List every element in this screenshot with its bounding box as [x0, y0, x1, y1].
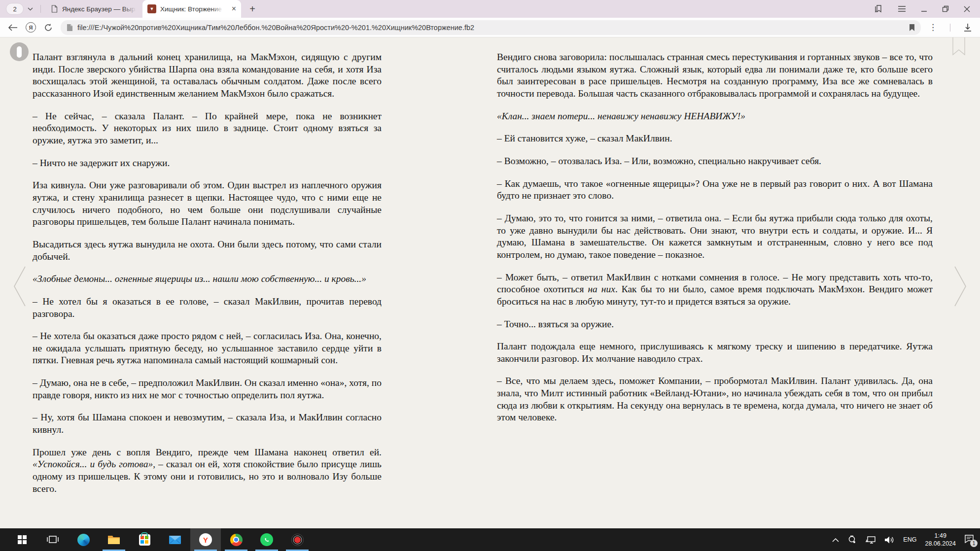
paragraph: – Точно... взяться за оружие.: [497, 318, 933, 331]
yandex-browser-icon: Y: [199, 533, 212, 546]
bookmark-ribbon-icon[interactable]: [952, 37, 965, 56]
restore-window-icon[interactable]: [942, 5, 949, 12]
task-view-button[interactable]: [37, 528, 68, 551]
tab-predator-book[interactable]: ▼ Хищник: Вторжение - Т ×: [142, 0, 241, 18]
taskbar-screen-recorder[interactable]: [282, 528, 313, 551]
tab-counter-badge[interactable]: 2: [6, 3, 24, 15]
action-center-button[interactable]: 1: [964, 534, 974, 545]
tray-expand-icon[interactable]: [832, 538, 839, 542]
paragraph: – Не сейчас, – сказала Палант. – По край…: [33, 110, 382, 147]
recorder-tray-icon[interactable]: [847, 535, 857, 545]
taskbar-yandex-browser[interactable]: Y: [190, 528, 221, 551]
paragraph: Высадиться здесь яутжа вынудила не охота…: [33, 239, 382, 263]
text-column-right: Вендиго снова заговорила: послышалась ст…: [497, 51, 933, 505]
reload-icon[interactable]: [44, 23, 53, 32]
paragraph: – Думаю, она не в себе, – предположил Ма…: [33, 377, 382, 401]
url-text: file:///E:/Чужой%20против%20Хищника/Тим%…: [77, 24, 905, 32]
paragraph: – Ну, хотя бы Шамана спокоен и невозмути…: [33, 412, 382, 436]
paragraph: Иза кивнула. Они уже разговаривали об эт…: [33, 179, 382, 228]
paragraph: – Может быть, – ответил МакИлвин с нотка…: [497, 272, 933, 308]
document-icon: [51, 5, 58, 13]
paragraph: Палант подождала еще немного, прислушива…: [497, 341, 933, 365]
new-tab-button[interactable]: +: [245, 2, 260, 16]
task-view-icon: [47, 535, 59, 544]
paragraph: – Думаю, это то, что гонится за ними, – …: [497, 212, 933, 261]
screen-recorder-icon: [291, 534, 304, 546]
paragraph: – Как думаешь, что такое «огненные ящери…: [497, 178, 933, 202]
mail-icon: [169, 535, 181, 545]
browser-tab-bar: 2 Яндекс Браузер — Выраж ▼ Хищник: Вторж…: [0, 0, 980, 18]
side-panel-icon[interactable]: [874, 4, 883, 13]
next-page-arrow[interactable]: [953, 265, 968, 308]
network-icon[interactable]: [865, 536, 876, 544]
windows-logo-icon: [18, 535, 27, 544]
whatsapp-icon: [260, 533, 273, 546]
bookmark-flag-icon[interactable]: [909, 24, 915, 32]
minimize-icon[interactable]: [921, 6, 927, 12]
reader-menu-bar-icon: [17, 46, 22, 58]
paragraph: Палант взглянула в дальний конец хранили…: [33, 51, 382, 100]
divider: [950, 24, 950, 32]
paragraph: – Ей становится хуже, – сказал МакИлвин.: [497, 133, 933, 145]
menu-icon[interactable]: [898, 5, 906, 12]
reader-page: Палант взглянула в дальний конец хранили…: [0, 37, 980, 528]
language-indicator[interactable]: ENG: [903, 536, 916, 543]
close-window-icon[interactable]: [964, 6, 970, 12]
url-field[interactable]: file:///E:/Чужой%20против%20Хищника/Тим%…: [61, 20, 921, 35]
windows-taskbar: Y: [0, 528, 980, 551]
volume-icon[interactable]: [884, 536, 895, 544]
paragraph: Вендиго снова заговорила: послышалась ст…: [497, 51, 933, 100]
paragraph: Прошел уже день с вопля Вендиго, прежде …: [33, 447, 382, 495]
clock[interactable]: 1:49 28.06.2024: [925, 532, 956, 548]
paragraph: «Злобные демоны... огненные ящерицы из..…: [33, 273, 382, 285]
paragraph: – Возможно, – отозвалась Иза. – Или, воз…: [497, 155, 933, 168]
paragraph: «Клан... знаем потери... ненавижу ненави…: [497, 110, 933, 123]
taskbar-file-explorer[interactable]: [99, 528, 129, 551]
text-column-left: Палант взглянула в дальний конец хранили…: [33, 51, 382, 505]
yandex-logo-icon[interactable]: Я: [26, 22, 36, 33]
taskbar-chrome[interactable]: [221, 528, 251, 551]
file-explorer-icon: [107, 535, 120, 545]
chrome-icon: [230, 534, 243, 546]
microsoft-store-icon: [139, 534, 150, 546]
edge-icon: [77, 534, 90, 546]
divider: [40, 5, 41, 13]
start-button[interactable]: [7, 528, 37, 551]
tab-list-dropdown-button[interactable]: [25, 3, 35, 15]
paragraph: – Не хотела бы оказаться даже просто ряд…: [33, 330, 382, 367]
taskbar-mail[interactable]: [160, 528, 190, 551]
more-options-icon[interactable]: ⋮: [929, 22, 937, 33]
tab-title: Хищник: Вторжение - Т: [160, 5, 223, 13]
file-icon: [67, 24, 73, 32]
previous-page-arrow[interactable]: [12, 265, 27, 308]
column-gap: [382, 51, 497, 505]
fb2-book-icon: ▼: [147, 4, 156, 13]
chevron-down-icon: [28, 7, 33, 11]
tray-time: 1:49: [925, 532, 956, 540]
taskbar-microsoft-store[interactable]: [129, 528, 160, 551]
back-icon[interactable]: [8, 24, 18, 31]
notification-count-badge: 1: [970, 540, 978, 547]
address-bar: Я file:///E:/Чужой%20против%20Хищника/Ти…: [0, 18, 980, 37]
taskbar-whatsapp[interactable]: [251, 528, 282, 551]
taskbar-edge[interactable]: [68, 528, 99, 551]
paragraph: – Все, что мы делаем здесь, поможет Комп…: [497, 375, 933, 424]
reader-menu-button[interactable]: [10, 42, 29, 61]
paragraph: – Не хотел бы я оказаться в ее голове, –…: [33, 296, 382, 320]
paragraph: – Ничто не задержит их снаружи.: [33, 157, 382, 170]
tab-yandex-start[interactable]: Яндекс Браузер — Выраж: [46, 0, 142, 18]
tab-title: Яндекс Браузер — Выраж: [62, 5, 136, 13]
book-text: Палант взглянула в дальний конец хранили…: [0, 37, 980, 505]
close-tab-button[interactable]: ×: [232, 5, 236, 13]
downloads-icon[interactable]: [963, 23, 972, 32]
tray-date: 28.06.2024: [925, 540, 956, 548]
